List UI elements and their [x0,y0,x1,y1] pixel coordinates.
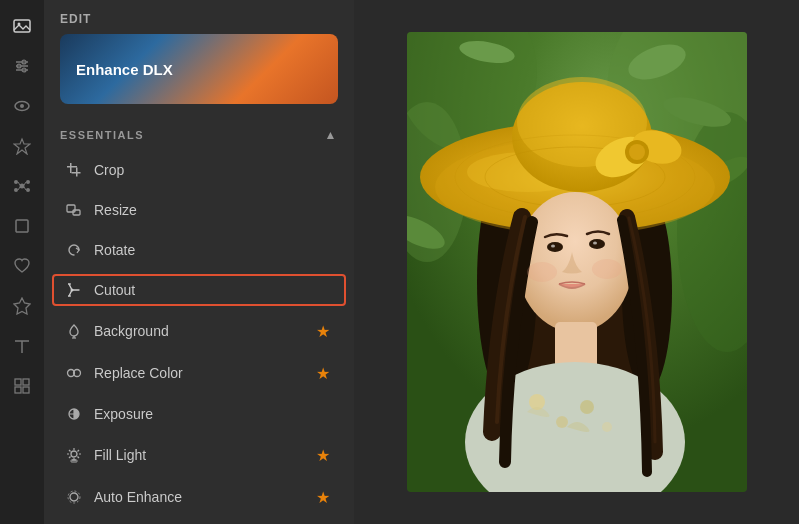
svg-point-15 [26,188,30,192]
svg-point-7 [22,68,26,72]
svg-line-19 [24,187,26,190]
rotate-icon [64,240,84,260]
portrait-image [407,32,747,492]
fill-light-star-badge: ★ [312,444,334,466]
svg-rect-52 [71,460,77,462]
svg-point-87 [556,416,568,428]
menu-item-replace-color[interactable]: Replace Color ★ [48,352,350,394]
menu-item-resize[interactable]: Resize [48,190,350,230]
svg-point-89 [602,422,612,432]
svg-point-88 [580,400,594,414]
menu-label-exposure: Exposure [94,406,334,422]
svg-rect-26 [15,387,21,393]
svg-point-14 [14,188,18,192]
menu-item-crop[interactable]: Crop [48,150,350,190]
svg-line-16 [18,182,20,185]
svg-point-90 [527,262,557,282]
menu-label-fill-light: Fill Light [94,447,312,463]
chevron-up-icon: ▲ [325,128,338,142]
sidebar-title: EDIT [44,0,354,34]
menu-label-rotate: Rotate [94,242,334,258]
svg-point-80 [547,242,563,252]
resize-icon [64,200,84,220]
menu-label-replace-color: Replace Color [94,365,312,381]
svg-rect-27 [23,387,29,393]
svg-point-5 [22,60,26,64]
svg-point-83 [593,242,597,245]
menu-item-rotate[interactable]: Rotate [48,230,350,270]
icon-bar-nodes[interactable] [4,168,40,204]
auto-enhance-icon [64,487,84,507]
svg-rect-24 [15,379,21,385]
svg-point-78 [629,144,645,160]
svg-line-49 [78,450,80,452]
crop-icon [64,160,84,180]
photo-container [370,16,783,508]
svg-rect-32 [67,205,75,212]
svg-line-17 [24,182,26,185]
svg-line-50 [69,457,71,459]
menu-item-fill-light[interactable]: Fill Light ★ [48,434,350,476]
main-content [354,0,799,524]
fill-light-icon [64,445,84,465]
background-star-badge: ★ [312,320,334,342]
svg-point-6 [17,64,21,68]
sidebar: EDIT Enhance DLX ESSENTIALS ▲ Crop Resiz… [44,0,354,524]
icon-bar-pattern[interactable] [4,368,40,404]
replace-color-star-badge: ★ [312,362,334,384]
svg-point-13 [26,180,30,184]
icon-bar-sliders[interactable] [4,48,40,84]
replace-color-icon [64,363,84,383]
section-label: ESSENTIALS [60,129,144,141]
menu-label-crop: Crop [94,162,334,178]
menu-label-resize: Resize [94,202,334,218]
menu-item-exposure[interactable]: Exposure [48,394,350,434]
svg-point-91 [592,259,622,279]
exposure-icon [64,404,84,424]
svg-point-12 [14,180,18,184]
menu-item-auto-enhance[interactable]: Auto Enhance ★ [48,476,350,518]
icon-bar-star[interactable] [4,128,40,164]
icon-bar-image[interactable] [4,8,40,44]
svg-line-18 [18,187,20,190]
icon-bar-badge[interactable] [4,288,40,324]
svg-point-42 [71,451,77,457]
section-header: ESSENTIALS ▲ [44,120,354,150]
svg-point-11 [20,184,25,189]
menu-label-cutout: Cutout [94,282,334,298]
svg-rect-20 [16,220,28,232]
svg-line-48 [78,457,80,459]
background-icon [64,321,84,341]
svg-point-53 [70,493,78,501]
icon-bar-square[interactable] [4,208,40,244]
svg-rect-0 [14,20,30,32]
svg-line-47 [69,450,71,452]
menu-label-auto-enhance: Auto Enhance [94,489,312,505]
svg-rect-29 [67,166,77,168]
photo-frame [407,32,747,492]
svg-point-81 [589,239,605,249]
icon-bar-heart[interactable] [4,248,40,284]
svg-rect-25 [23,379,29,385]
icon-bar [0,0,44,524]
cutout-icon [64,280,84,300]
menu-item-cutout[interactable]: Cutout [48,270,350,310]
icon-bar-text[interactable] [4,328,40,364]
enhance-card-label: Enhance DLX [76,61,173,78]
svg-point-34 [71,289,74,292]
svg-point-9 [20,104,24,108]
icon-bar-eye[interactable] [4,88,40,124]
svg-point-82 [551,245,555,248]
menu-item-background[interactable]: Background ★ [48,310,350,352]
svg-rect-28 [70,163,72,173]
menu-label-background: Background [94,323,312,339]
svg-rect-31 [72,172,81,174]
enhance-card[interactable]: Enhance DLX [60,34,338,104]
svg-marker-10 [14,139,30,154]
auto-enhance-star-badge: ★ [312,486,334,508]
svg-marker-21 [14,298,30,314]
